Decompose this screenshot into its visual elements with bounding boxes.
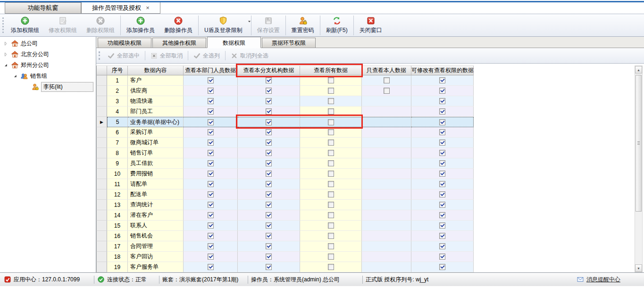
permission-checkbox[interactable] xyxy=(439,150,445,156)
refresh-button[interactable]: 刷新(F5) xyxy=(321,15,352,35)
scrollbar-thumb[interactable] xyxy=(636,75,642,212)
column-header[interactable]: 只查看本人数据 xyxy=(362,66,411,75)
permission-checkbox[interactable] xyxy=(328,254,334,260)
permission-checkbox[interactable] xyxy=(328,139,334,146)
permission-checkbox[interactable] xyxy=(266,150,272,156)
table-row[interactable]: 10费用报销 xyxy=(96,169,474,179)
permission-checkbox[interactable] xyxy=(266,222,272,229)
table-row[interactable]: 18客户回访 xyxy=(96,252,474,262)
vertical-scrollbar[interactable]: ▲ ▼ xyxy=(635,66,643,272)
permission-checkbox[interactable] xyxy=(439,88,445,94)
table-row[interactable]: 14潜在客户 xyxy=(96,210,474,221)
permission-checkbox[interactable] xyxy=(328,108,334,115)
permission-checkbox[interactable] xyxy=(266,233,272,239)
permission-checkbox[interactable] xyxy=(266,98,272,104)
scroll-up-arrow-icon[interactable]: ▲ xyxy=(635,66,642,74)
permission-checkbox[interactable] xyxy=(266,139,272,146)
permission-checkbox[interactable] xyxy=(266,129,272,135)
permission-checkbox[interactable] xyxy=(328,160,334,166)
permission-checkbox[interactable] xyxy=(208,212,214,218)
permission-checkbox[interactable] xyxy=(208,202,214,208)
permission-checkbox[interactable] xyxy=(266,88,272,94)
permission-checkbox[interactable] xyxy=(384,77,390,83)
permission-checkbox[interactable] xyxy=(439,181,445,187)
permission-checkbox[interactable] xyxy=(328,77,334,83)
table-row[interactable]: 9员工借款 xyxy=(96,158,474,169)
permission-checkbox[interactable] xyxy=(266,77,272,83)
permission-checkbox[interactable] xyxy=(328,88,334,94)
table-row[interactable]: 3物流快递 xyxy=(96,96,474,107)
permission-checkbox[interactable] xyxy=(328,171,334,177)
permission-checkbox[interactable] xyxy=(328,150,334,156)
reset-password-button[interactable]: 重置密码 xyxy=(287,15,319,35)
permission-checkbox[interactable] xyxy=(208,88,214,94)
table-row[interactable]: 16销售机会 xyxy=(96,231,474,241)
permission-checkbox[interactable] xyxy=(328,222,334,229)
permission-checkbox[interactable] xyxy=(439,212,445,218)
tree-item-user-li-tuo[interactable]: 李拓(lit) xyxy=(0,82,96,92)
table-row[interactable]: ▶5业务单据(单据中心) xyxy=(96,117,474,127)
permission-checkbox[interactable] xyxy=(439,171,445,177)
permission-checkbox[interactable] xyxy=(439,222,445,229)
tree-item-sales-group[interactable]: 销售组 xyxy=(0,71,96,82)
permission-checkbox[interactable] xyxy=(208,222,214,229)
permission-checkbox[interactable] xyxy=(208,119,214,125)
permission-checkbox[interactable] xyxy=(439,98,445,104)
tab-bill-step-permission[interactable]: 票据环节权限 xyxy=(262,38,316,48)
tab-operator-management[interactable]: 操作员管理及授权 × xyxy=(81,2,160,14)
permission-checkbox[interactable] xyxy=(266,202,272,208)
permission-checkbox[interactable] xyxy=(328,98,334,104)
permission-checkbox[interactable] xyxy=(266,243,272,249)
permission-checkbox[interactable] xyxy=(208,98,214,104)
tree-item-head-office[interactable]: 总公司 xyxy=(0,38,96,49)
permission-checkbox[interactable] xyxy=(208,150,214,156)
permission-checkbox[interactable] xyxy=(439,77,445,83)
table-row[interactable]: 17合同管理 xyxy=(96,241,474,252)
permission-checkbox[interactable] xyxy=(208,243,214,249)
table-row[interactable]: 15联系人 xyxy=(96,221,474,231)
scroll-down-arrow-icon[interactable]: ▼ xyxy=(635,264,642,272)
permission-checkbox[interactable] xyxy=(208,77,214,83)
permission-checkbox[interactable] xyxy=(328,233,334,239)
permission-checkbox[interactable] xyxy=(328,119,334,125)
permission-checkbox[interactable] xyxy=(439,129,445,135)
tab-function-nav-window[interactable]: 功能导航窗 xyxy=(5,2,81,14)
permission-checkbox[interactable] xyxy=(439,160,445,166)
permission-checkbox[interactable] xyxy=(208,139,214,146)
tab-other-operation-permission[interactable]: 其他操作权限 xyxy=(152,38,206,48)
permission-checkbox[interactable] xyxy=(328,202,334,208)
column-header[interactable]: 数据内容 xyxy=(128,66,184,75)
permission-checkbox[interactable] xyxy=(208,108,214,115)
permission-checkbox[interactable] xyxy=(439,233,445,239)
table-row[interactable]: 12配送单 xyxy=(96,189,474,200)
permission-checkbox[interactable] xyxy=(439,139,445,146)
dropdown-caret-icon[interactable] xyxy=(247,19,251,24)
message-center-link[interactable]: 消息提醒中心 xyxy=(577,276,620,284)
table-row[interactable]: 1客户 xyxy=(96,75,474,86)
permission-checkbox[interactable] xyxy=(328,264,334,270)
permission-checkbox[interactable] xyxy=(439,254,445,260)
permission-checkbox[interactable] xyxy=(439,264,445,270)
permission-checkbox[interactable] xyxy=(266,171,272,177)
tree-item-zhengzhou-branch[interactable]: 郑州分公司 xyxy=(0,60,96,71)
permission-checkbox[interactable] xyxy=(266,160,272,166)
permission-checkbox[interactable] xyxy=(439,119,445,125)
permission-checkbox[interactable] xyxy=(328,181,334,187)
permission-checkbox[interactable] xyxy=(208,160,214,166)
permission-checkbox[interactable] xyxy=(328,129,334,135)
permission-checkbox[interactable] xyxy=(266,181,272,187)
permission-checkbox[interactable] xyxy=(266,212,272,218)
close-window-button[interactable]: 关闭窗口 xyxy=(355,15,387,35)
table-row[interactable]: 7微商城订单 xyxy=(96,138,474,148)
permission-checkbox[interactable] xyxy=(208,254,214,260)
permission-checkbox[interactable] xyxy=(439,191,445,197)
permission-checkbox[interactable] xyxy=(439,108,445,115)
add-permission-group-button[interactable]: 添加权限组 xyxy=(6,15,44,35)
add-operator-button[interactable]: 添加操作员 xyxy=(122,15,159,35)
permission-checkbox[interactable] xyxy=(439,243,445,249)
permission-checkbox[interactable] xyxy=(208,181,214,187)
permission-checkbox[interactable] xyxy=(328,243,334,249)
permission-checkbox[interactable] xyxy=(384,88,390,94)
permission-checkbox[interactable] xyxy=(208,171,214,177)
column-header[interactable]: 查看本分支机构数据 xyxy=(238,66,300,75)
